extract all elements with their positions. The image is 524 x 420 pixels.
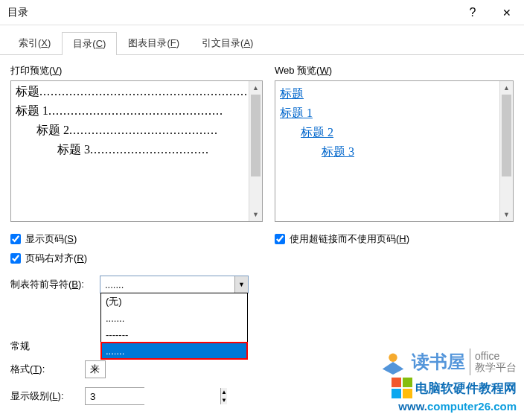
scrollbar[interactable]: ▲ ▼ (499, 81, 513, 221)
leader-option-dashes[interactable]: ------- (101, 326, 247, 343)
scroll-up-icon[interactable]: ▲ (500, 81, 513, 95)
format-combo[interactable] (85, 360, 106, 378)
spinner-down-icon[interactable]: ▼ (221, 396, 227, 404)
checkbox-icon[interactable] (275, 234, 285, 244)
leader-option-dots-selected[interactable]: ....... (101, 343, 247, 359)
leader-option-none[interactable]: (无) (101, 293, 247, 310)
web-preview-box: 标题 标题 1 标题 2 标题 3 ▲ ▼ (275, 80, 514, 222)
web-toc-link[interactable]: 标题 (280, 84, 508, 104)
format-input[interactable] (86, 361, 220, 378)
web-toc-link[interactable]: 标题 2 (280, 123, 508, 142)
levels-spinner[interactable]: ▲ ▼ (85, 387, 144, 405)
levels-label: 显示级别(L): (10, 389, 85, 403)
help-button[interactable]: ? (456, 0, 490, 25)
levels-input[interactable] (86, 388, 220, 404)
scroll-up-icon[interactable]: ▲ (249, 81, 262, 95)
dialog-title: 目录 (7, 6, 456, 19)
tab-authorities[interactable]: 引文目录(A) (191, 31, 264, 54)
toc-line: 标题 3................................5 (16, 142, 258, 162)
leader-label: 制表符前导符(B): (10, 278, 100, 291)
leader-combo[interactable]: ▼ (无) ....... ------- ....... (100, 276, 249, 293)
spinner-up-icon[interactable]: ▲ (221, 388, 227, 396)
toc-line: 标题......................................… (16, 84, 258, 104)
show-pages-checkbox[interactable]: 显示页码(S) (10, 229, 263, 249)
tab-figures[interactable]: 图表目录(F) (117, 31, 191, 54)
chevron-down-icon[interactable]: ▼ (234, 276, 248, 293)
leader-option-dots[interactable]: ....... (101, 310, 247, 326)
use-hyperlinks-checkbox[interactable]: 使用超链接而不使用页码(H) (275, 229, 514, 249)
checkbox-icon[interactable] (10, 253, 21, 264)
scroll-down-icon[interactable]: ▼ (249, 208, 262, 221)
web-preview-label: Web 预览(W) (275, 64, 514, 77)
tab-index[interactable]: 索引(X) (7, 31, 62, 54)
print-preview-box: 标题......................................… (10, 80, 263, 222)
toc-line: 标题 2....................................… (16, 123, 258, 142)
format-label: 格式(T): (10, 363, 85, 376)
web-toc-link[interactable]: 标题 3 (280, 142, 508, 162)
scrollbar[interactable]: ▲ ▼ (249, 81, 262, 221)
toc-line: 标题 1....................................… (16, 104, 258, 123)
close-button[interactable]: ✕ (490, 0, 524, 25)
leader-dropdown: (无) ....... ------- ....... (100, 293, 248, 360)
print-preview-label: 打印预览(V) (10, 64, 263, 77)
scroll-thumb[interactable] (251, 95, 261, 176)
right-align-checkbox[interactable]: 页码右对齐(R) (10, 249, 263, 268)
web-toc-link[interactable]: 标题 1 (280, 104, 508, 123)
tab-toc[interactable]: 目录(C) (62, 32, 117, 55)
scroll-thumb[interactable] (502, 95, 511, 176)
checkbox-icon[interactable] (10, 234, 21, 244)
scroll-down-icon[interactable]: ▼ (500, 208, 513, 221)
tab-strip: 索引(X) 目录(C) 图表目录(F) 引文目录(A) (0, 25, 524, 55)
leader-input[interactable] (100, 276, 234, 293)
